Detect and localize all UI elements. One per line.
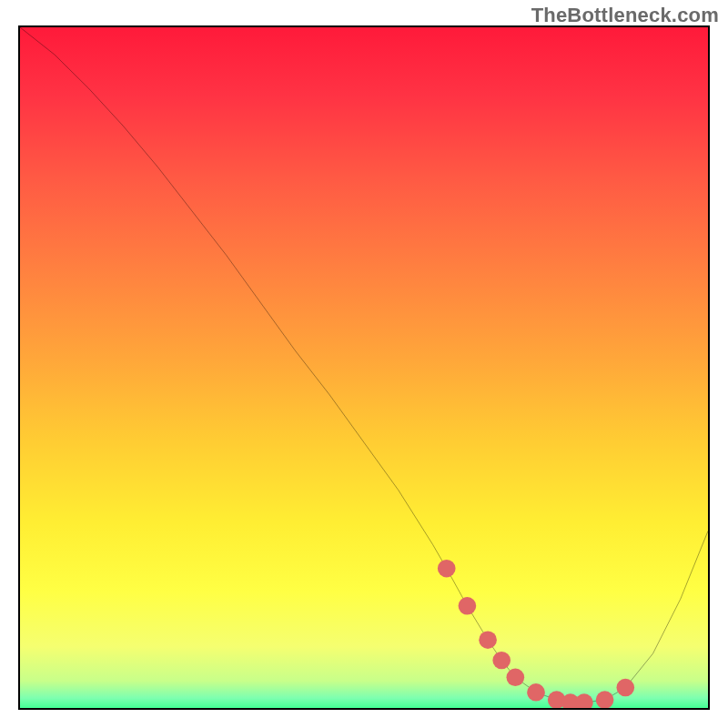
optimal-marker [506, 669, 524, 686]
optimal-marker [492, 652, 511, 669]
optimal-marker [596, 691, 614, 708]
optimal-marker [479, 631, 497, 648]
optimal-marker [527, 683, 545, 701]
plot-area [18, 25, 710, 710]
optimal-marker [616, 679, 634, 696]
optimal-marker [438, 560, 456, 577]
bottleneck-curve [20, 27, 708, 703]
optimal-marker [575, 693, 593, 708]
optimal-zone-markers [438, 560, 634, 708]
chart-container: TheBottleneck.com [0, 0, 728, 728]
watermark-text: TheBottleneck.com [531, 4, 719, 27]
optimal-marker [459, 597, 477, 614]
chart-svg [20, 27, 708, 708]
